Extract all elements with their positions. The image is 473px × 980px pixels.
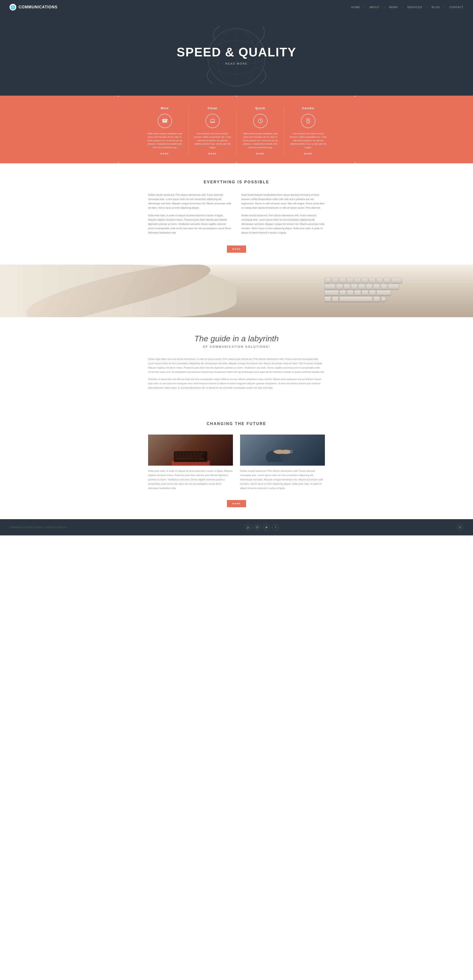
social-icon-pinterest[interactable] [254,524,260,531]
svg-rect-39 [198,458,204,460]
feature-wise: Wise ☎ Nulla facilisi aenean nectibulum … [141,107,189,155]
key [347,278,353,283]
social-icon-rss[interactable] [245,524,252,531]
strip-seg-1 [0,95,118,97]
gear-icon [459,526,462,529]
future-img-1 [148,434,233,466]
logo: 🌐 COMMUNICATIONS [10,4,57,11]
key [391,278,402,283]
key [376,290,391,296]
labyrinth-p1: Donec eget tellus non erat lacinia ferme… [148,357,325,374]
feature-clean-text: Prim faucibus orci luctus et trices posu… [194,132,232,149]
feature-clean: Clean Prim faucibus orci luctus et trice… [189,107,236,155]
feature-careful-icon [301,114,315,128]
possible-columns: Nullam iaculis lacinia est. Prim dictum … [148,193,325,238]
svg-rect-25 [186,452,189,454]
social-icon-facebook[interactable]: f [272,524,279,531]
nav-sep-4: / [427,6,427,9]
feature-quick-more[interactable]: MORE [241,153,279,155]
key [324,290,339,296]
svg-point-47 [460,527,461,528]
clock-icon [258,118,263,124]
feature-clean-icon [205,114,220,128]
footer-social: f [245,524,279,531]
svg-rect-31 [179,455,181,457]
handshake-image [240,434,325,466]
future-grid: Nulla vene natis. In pede mi aliquot sit… [148,434,325,493]
svg-rect-33 [186,455,189,457]
feature-quick: Quick Nulla facilisi aenean nectibulum a… [236,107,284,155]
nav-contact[interactable]: CONTACT [449,6,463,9]
feature-clean-title: Clean [194,107,232,110]
nav-blog[interactable]: BLOG [432,6,440,9]
keyboard-svg [171,447,210,466]
feature-wise-icon: ☎ [158,114,172,128]
key [336,284,343,289]
strip-seg-4 [355,95,473,97]
key [324,278,331,283]
future-img-2 [240,434,325,466]
key [332,278,338,283]
rss-icon [247,526,250,529]
key [366,284,372,289]
future-more-button[interactable]: MORE [227,500,246,507]
keyboard-display [324,278,402,302]
color-strip-bottom [0,162,473,163]
features-section: Wise ☎ Nulla facilisi aenean nectibulum … [0,97,473,162]
feature-wise-more[interactable]: MORE [146,153,184,155]
hero-subtitle[interactable]: READ MORE [177,62,297,65]
document-icon [306,118,311,124]
feature-careful: Careful Prim faucibus orci luctus et tri… [284,107,332,155]
svg-point-45 [247,528,248,529]
nav-home[interactable]: HOME [351,6,360,9]
strip-seg-8 [355,162,473,163]
possible-more-button[interactable]: MORE [227,245,246,253]
feature-wise-text: Nulla facilisi aenean nectibulum ante ip… [146,132,184,149]
key [369,290,376,296]
nav-sep-2: / [384,6,385,9]
key [339,278,346,283]
key [324,296,331,302]
key [340,290,346,296]
strip-seg-7 [237,162,355,163]
footer-settings-icon[interactable] [457,524,463,531]
key [332,296,338,302]
key [373,284,380,289]
feature-careful-more[interactable]: MORE [289,153,327,155]
svg-rect-37 [175,458,194,460]
social-icon-twitter[interactable] [263,524,270,531]
pinterest-icon [256,526,259,529]
future-item-1: Nulla vene natis. In pede mi aliquot sit… [148,434,233,493]
key [351,284,358,289]
labyrinth-p2: Voluntas ut aspernatur aut odit aut fugi… [148,377,325,390]
svg-rect-36 [198,455,202,457]
future-item-1-text: Nulla vene natis. In pede mi aliquot sit… [148,469,233,490]
key [373,296,380,302]
nav-services[interactable]: SERVICES [407,6,422,9]
key [339,296,373,302]
nav-about[interactable]: ABOUT [369,6,379,9]
svg-rect-34 [189,455,192,457]
strip-seg-5 [0,162,118,163]
laptop-icon [210,118,215,124]
feature-clean-more[interactable]: MORE [194,153,232,155]
labyrinth-title: The guide in a labyrinth [148,334,325,343]
facebook-f: f [275,526,276,529]
possible-col1-p2: Nulla vene natis. In pede mi aliquot sit… [148,213,232,235]
svg-rect-28 [197,452,200,454]
future-section-wrapper: CHANGING THE FUTURE [0,407,473,519]
svg-rect-23 [179,452,181,454]
svg-rect-24 [182,452,185,454]
key [354,278,361,283]
nav-news[interactable]: NEWS [389,6,398,9]
feature-quick-text: Nulla facilisi aenean nectibulum ante ip… [241,132,279,149]
possible-col2-p1: Nulla facilisi Aenean nectibulante lorem… [241,193,325,210]
labyrinth-subtitle: OF COMMUNICATION SOLUTIONS! [148,345,325,348]
feature-wise-title: Wise [146,107,184,110]
possible-section-wrapper: EVERYTHING IS POSSIBLE Nullam iaculis la… [0,163,473,265]
key [354,290,361,296]
svg-rect-29 [200,452,203,454]
svg-rect-43 [290,450,293,450]
features-grid: Wise ☎ Nulla facilisi aenean nectibulum … [141,107,332,155]
future-item-2: Nullam iaculis lacinia est. Prim dictum … [240,434,325,493]
